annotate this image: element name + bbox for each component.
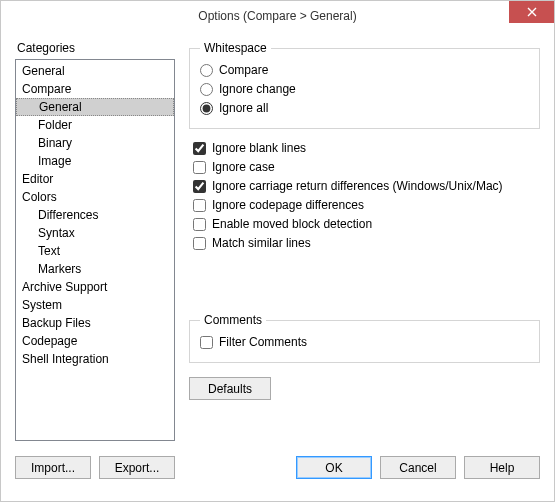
close-button[interactable] — [509, 1, 554, 23]
category-item[interactable]: Codepage — [16, 332, 174, 350]
compare-option-label[interactable]: Ignore carriage return differences (Wind… — [212, 178, 503, 195]
compare-option-row: Ignore case — [193, 158, 540, 177]
filter-comments-checkbox[interactable] — [200, 336, 213, 349]
compare-options: Ignore blank linesIgnore caseIgnore carr… — [189, 137, 540, 253]
compare-option-label[interactable]: Match similar lines — [212, 235, 311, 252]
categories-panel: Categories GeneralCompareGeneralFolderBi… — [15, 41, 175, 446]
dialog-content: Categories GeneralCompareGeneralFolderBi… — [1, 31, 554, 446]
category-item[interactable]: System — [16, 296, 174, 314]
category-item[interactable]: Syntax — [16, 224, 174, 242]
category-item[interactable]: General — [16, 62, 174, 80]
compare-option-label[interactable]: Ignore codepage differences — [212, 197, 364, 214]
cancel-button[interactable]: Cancel — [380, 456, 456, 479]
compare-option-row: Enable moved block detection — [193, 215, 540, 234]
whitespace-option-row: Compare — [200, 61, 529, 80]
title-bar: Options (Compare > General) — [1, 1, 554, 31]
compare-option-row: Ignore carriage return differences (Wind… — [193, 177, 540, 196]
filter-comments-label[interactable]: Filter Comments — [219, 334, 307, 351]
close-icon — [527, 7, 537, 17]
compare-option-label[interactable]: Ignore blank lines — [212, 140, 306, 157]
category-item[interactable]: Markers — [16, 260, 174, 278]
filter-comments-row: Filter Comments — [200, 333, 529, 352]
categories-label: Categories — [17, 41, 175, 55]
button-bar: Import... Export... OK Cancel Help — [1, 446, 554, 493]
whitespace-option-label[interactable]: Ignore all — [219, 100, 268, 117]
whitespace-radio[interactable] — [200, 64, 213, 77]
compare-option-row: Match similar lines — [193, 234, 540, 253]
category-item[interactable]: Image — [16, 152, 174, 170]
category-item[interactable]: Colors — [16, 188, 174, 206]
compare-option-row: Ignore blank lines — [193, 139, 540, 158]
category-item[interactable]: Text — [16, 242, 174, 260]
category-item[interactable]: Backup Files — [16, 314, 174, 332]
whitespace-radio[interactable] — [200, 83, 213, 96]
help-button[interactable]: Help — [464, 456, 540, 479]
categories-tree[interactable]: GeneralCompareGeneralFolderBinaryImageEd… — [15, 59, 175, 441]
compare-option-checkbox[interactable] — [193, 180, 206, 193]
compare-option-row: Ignore codepage differences — [193, 196, 540, 215]
category-item[interactable]: Archive Support — [16, 278, 174, 296]
category-item[interactable]: Binary — [16, 134, 174, 152]
compare-option-checkbox[interactable] — [193, 218, 206, 231]
window-title: Options (Compare > General) — [1, 9, 554, 23]
category-item[interactable]: Folder — [16, 116, 174, 134]
settings-panel: Whitespace CompareIgnore changeIgnore al… — [189, 41, 540, 446]
compare-option-checkbox[interactable] — [193, 142, 206, 155]
whitespace-option-row: Ignore change — [200, 80, 529, 99]
export-button[interactable]: Export... — [99, 456, 175, 479]
defaults-button[interactable]: Defaults — [189, 377, 271, 400]
whitespace-group: Whitespace CompareIgnore changeIgnore al… — [189, 41, 540, 129]
whitespace-option-label[interactable]: Ignore change — [219, 81, 296, 98]
whitespace-option-row: Ignore all — [200, 99, 529, 118]
category-item[interactable]: Compare — [16, 80, 174, 98]
compare-option-label[interactable]: Ignore case — [212, 159, 275, 176]
compare-option-checkbox[interactable] — [193, 199, 206, 212]
whitespace-radio[interactable] — [200, 102, 213, 115]
category-item[interactable]: Differences — [16, 206, 174, 224]
category-item[interactable]: Shell Integration — [16, 350, 174, 368]
compare-option-checkbox[interactable] — [193, 161, 206, 174]
category-item[interactable]: General — [16, 98, 174, 116]
compare-option-label[interactable]: Enable moved block detection — [212, 216, 372, 233]
import-button[interactable]: Import... — [15, 456, 91, 479]
comments-legend: Comments — [200, 313, 266, 327]
compare-option-checkbox[interactable] — [193, 237, 206, 250]
whitespace-option-label[interactable]: Compare — [219, 62, 268, 79]
category-item[interactable]: Editor — [16, 170, 174, 188]
comments-group: Comments Filter Comments — [189, 313, 540, 363]
whitespace-legend: Whitespace — [200, 41, 271, 55]
ok-button[interactable]: OK — [296, 456, 372, 479]
